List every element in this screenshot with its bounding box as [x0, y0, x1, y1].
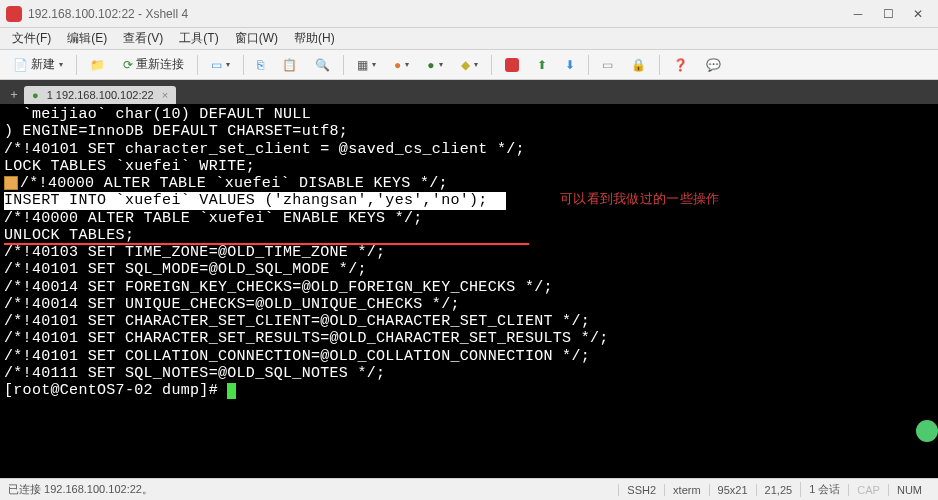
term-line: /*!40101 SET character_set_client = @sav… [4, 141, 934, 158]
term-line: LOCK TABLES `xuefei` WRITE; [4, 158, 934, 175]
tab-close-button[interactable]: × [162, 89, 168, 101]
toolbar: 📄 新建 ▾ 📁 ⟳ 重新连接 ▭▾ ⎘ 📋 🔍 ▦▾ ●▾ ●▾ ◆▾ ⬆ ⬇… [0, 50, 938, 80]
term-line: INSERT INTO `xuefei` VALUES ('zhangsan',… [4, 192, 934, 209]
term-line: /*!40014 SET UNIQUE_CHECKS=@OLD_UNIQUE_C… [4, 296, 934, 313]
open-button[interactable]: 📁 [83, 54, 112, 76]
page-icon: ▭ [602, 58, 613, 72]
session-tab[interactable]: ● 1 192.168.100.102:22 × [24, 86, 176, 104]
layout-button[interactable]: ▦▾ [350, 54, 383, 76]
xftp-button[interactable] [498, 54, 526, 76]
menu-window[interactable]: 窗口(W) [227, 30, 286, 47]
copy-icon: ⎘ [257, 58, 264, 72]
profile-button[interactable]: ▭▾ [204, 54, 237, 76]
paste-icon: 📋 [282, 58, 297, 72]
reconnect-button[interactable]: ⟳ 重新连接 [116, 54, 191, 76]
status-size: 95x21 [709, 484, 756, 496]
about-button[interactable]: 💬 [699, 54, 728, 76]
help-icon: ❓ [673, 58, 688, 72]
prompt-line: [root@CentOS7-02 dump]# [4, 382, 934, 399]
chevron-down-icon: ▾ [226, 60, 230, 69]
titlebar: 192.168.100.102:22 - Xshell 4 ─ ☐ ✕ [0, 0, 938, 28]
app-icon [6, 6, 22, 22]
statusbar: 已连接 192.168.100.102:22。 SSH2 xterm 95x21… [0, 478, 938, 500]
paste-button[interactable]: 📋 [275, 54, 304, 76]
chevron-down-icon: ▾ [59, 60, 63, 69]
status-term: xterm [664, 484, 709, 496]
separator [343, 55, 344, 75]
menu-file[interactable]: 文件(F) [4, 30, 59, 47]
term-line: `meijiao` char(10) DEFAULT NULL [4, 106, 934, 123]
menu-tools[interactable]: 工具(T) [171, 30, 226, 47]
term-line: /*!40101 SET CHARACTER_SET_CLIENT=@OLD_C… [4, 313, 934, 330]
term-line: /*!40101 SET COLLATION_CONNECTION=@OLD_C… [4, 348, 934, 365]
separator [76, 55, 77, 75]
menu-help[interactable]: 帮助(H) [286, 30, 343, 47]
annotation-text: 可以看到我做过的一些操作 [560, 192, 720, 207]
download-icon: ⬇ [565, 58, 575, 72]
status-pos: 21,25 [756, 484, 801, 496]
lock-button[interactable]: 🔒 [624, 54, 653, 76]
status-num: NUM [888, 484, 930, 496]
floating-action-button[interactable] [916, 420, 938, 442]
close-button[interactable]: ✕ [904, 4, 932, 24]
separator [588, 55, 589, 75]
tabbar: ＋ ● 1 192.168.100.102:22 × [0, 80, 938, 104]
chevron-down-icon: ▾ [405, 60, 409, 69]
chevron-down-icon: ▾ [372, 60, 376, 69]
card-icon: ▭ [211, 58, 222, 72]
font-icon: ● [427, 58, 434, 72]
help-button[interactable]: ❓ [666, 54, 695, 76]
xshell-icon [505, 58, 519, 72]
marker-icon [4, 176, 18, 190]
prompt-text: [root@CentOS7-02 dump]# [4, 382, 227, 399]
document-icon: 📄 [13, 58, 28, 72]
status-sessions: 1 会话 [800, 482, 848, 497]
download-button[interactable]: ⬇ [558, 54, 582, 76]
term-line: /*!40101 SET CHARACTER_SET_RESULTS=@OLD_… [4, 330, 934, 347]
palette-icon: ● [394, 58, 401, 72]
term-line: /*!40000 ALTER TABLE `xuefei` DISABLE KE… [4, 175, 934, 192]
highlighted-text: INSERT INTO `xuefei` VALUES ('zhangsan',… [4, 192, 506, 209]
term-line: /*!40101 SET SQL_MODE=@OLD_SQL_MODE */; [4, 261, 934, 278]
window-title: 192.168.100.102:22 - Xshell 4 [28, 7, 844, 21]
color-button[interactable]: ●▾ [387, 54, 416, 76]
script-icon: ◆ [461, 58, 470, 72]
term-line: ) ENGINE=InnoDB DEFAULT CHARSET=utf8; [4, 123, 934, 140]
chevron-down-icon: ▾ [439, 60, 443, 69]
term-line: /*!40014 SET FOREIGN_KEY_CHECKS=@OLD_FOR… [4, 279, 934, 296]
maximize-button[interactable]: ☐ [874, 4, 902, 24]
new-tab-button[interactable]: ＋ [4, 84, 24, 104]
new-session-button[interactable]: 📄 新建 ▾ [6, 54, 70, 76]
layout-icon: ▦ [357, 58, 368, 72]
speech-icon: 💬 [706, 58, 721, 72]
new-label: 新建 [31, 56, 55, 73]
dot-icon: ● [32, 89, 39, 101]
font-button[interactable]: ●▾ [420, 54, 449, 76]
upload-icon: ⬆ [537, 58, 547, 72]
refresh-icon: ⟳ [123, 58, 133, 72]
underline-annotation [4, 243, 529, 245]
cursor [227, 383, 236, 399]
find-button[interactable]: 🔍 [308, 54, 337, 76]
menubar: 文件(F) 编辑(E) 查看(V) 工具(T) 窗口(W) 帮助(H) [0, 28, 938, 50]
properties-button[interactable]: ▭ [595, 54, 620, 76]
terminal[interactable]: `meijiao` char(10) DEFAULT NULL ) ENGINE… [0, 104, 938, 478]
separator [659, 55, 660, 75]
upload-button[interactable]: ⬆ [530, 54, 554, 76]
copy-button[interactable]: ⎘ [250, 54, 271, 76]
separator [491, 55, 492, 75]
menu-view[interactable]: 查看(V) [115, 30, 171, 47]
term-line: /*!40000 ALTER TABLE `xuefei` ENABLE KEY… [4, 210, 934, 227]
reconnect-label: 重新连接 [136, 56, 184, 73]
lock-icon: 🔒 [631, 58, 646, 72]
minimize-button[interactable]: ─ [844, 4, 872, 24]
status-cap: CAP [848, 484, 888, 496]
script-button[interactable]: ◆▾ [454, 54, 485, 76]
menu-edit[interactable]: 编辑(E) [59, 30, 115, 47]
separator [243, 55, 244, 75]
search-icon: 🔍 [315, 58, 330, 72]
term-line: /*!40111 SET SQL_NOTES=@OLD_SQL_NOTES */… [4, 365, 934, 382]
tab-label: 1 192.168.100.102:22 [47, 89, 154, 101]
chevron-down-icon: ▾ [474, 60, 478, 69]
status-ssh: SSH2 [618, 484, 664, 496]
